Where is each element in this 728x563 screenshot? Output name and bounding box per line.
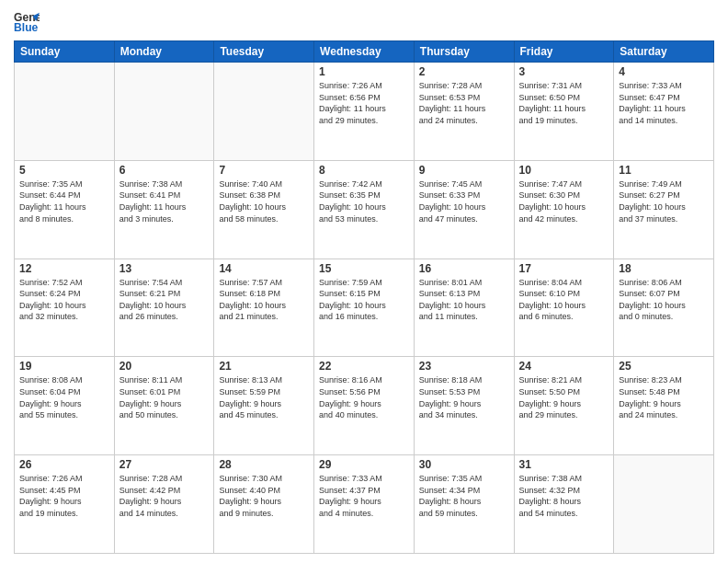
day-cell: 20Sunrise: 8:11 AM Sunset: 6:01 PM Dayli…	[114, 357, 214, 455]
day-cell: 31Sunrise: 7:38 AM Sunset: 4:32 PM Dayli…	[514, 455, 614, 554]
day-info: Sunrise: 7:33 AM Sunset: 4:37 PM Dayligh…	[319, 473, 409, 519]
day-number: 21	[219, 360, 309, 373]
svg-text:Blue: Blue	[14, 21, 39, 34]
day-cell: 17Sunrise: 8:04 AM Sunset: 6:10 PM Dayli…	[514, 259, 614, 357]
day-cell: 2Sunrise: 7:28 AM Sunset: 6:53 PM Daylig…	[414, 63, 514, 161]
day-number: 16	[419, 262, 509, 275]
week-row-5: 26Sunrise: 7:26 AM Sunset: 4:45 PM Dayli…	[15, 455, 714, 554]
day-number: 30	[419, 458, 509, 471]
day-number: 13	[119, 262, 210, 275]
day-info: Sunrise: 7:35 AM Sunset: 6:44 PM Dayligh…	[19, 178, 109, 224]
day-info: Sunrise: 7:26 AM Sunset: 4:45 PM Dayligh…	[19, 473, 109, 519]
day-number: 20	[119, 360, 210, 373]
day-cell: 3Sunrise: 7:31 AM Sunset: 6:50 PM Daylig…	[514, 63, 614, 161]
day-info: Sunrise: 7:57 AM Sunset: 6:18 PM Dayligh…	[219, 277, 309, 323]
day-cell	[614, 455, 714, 554]
day-info: Sunrise: 8:18 AM Sunset: 5:53 PM Dayligh…	[419, 374, 509, 420]
week-row-4: 19Sunrise: 8:08 AM Sunset: 6:04 PM Dayli…	[15, 357, 714, 455]
day-info: Sunrise: 8:01 AM Sunset: 6:13 PM Dayligh…	[419, 277, 509, 323]
day-info: Sunrise: 7:28 AM Sunset: 6:53 PM Dayligh…	[419, 80, 509, 126]
day-info: Sunrise: 8:06 AM Sunset: 6:07 PM Dayligh…	[619, 277, 709, 323]
day-info: Sunrise: 8:11 AM Sunset: 6:01 PM Dayligh…	[119, 374, 210, 420]
day-info: Sunrise: 8:13 AM Sunset: 5:59 PM Dayligh…	[219, 374, 309, 420]
page: General Blue SundayMondayTuesdayWednesda…	[0, 0, 728, 563]
day-number: 11	[619, 164, 709, 177]
day-number: 25	[619, 360, 709, 373]
day-cell: 24Sunrise: 8:21 AM Sunset: 5:50 PM Dayli…	[514, 357, 614, 455]
day-info: Sunrise: 7:28 AM Sunset: 4:42 PM Dayligh…	[119, 473, 210, 519]
day-cell: 10Sunrise: 7:47 AM Sunset: 6:30 PM Dayli…	[514, 160, 614, 259]
day-info: Sunrise: 7:49 AM Sunset: 6:27 PM Dayligh…	[619, 178, 709, 224]
day-cell: 23Sunrise: 8:18 AM Sunset: 5:53 PM Dayli…	[414, 357, 514, 455]
day-number: 6	[119, 164, 210, 177]
day-info: Sunrise: 7:30 AM Sunset: 4:40 PM Dayligh…	[219, 473, 309, 519]
day-number: 12	[19, 262, 109, 275]
day-cell: 9Sunrise: 7:45 AM Sunset: 6:33 PM Daylig…	[414, 160, 514, 259]
day-number: 24	[519, 360, 609, 373]
day-cell: 12Sunrise: 7:52 AM Sunset: 6:24 PM Dayli…	[15, 259, 115, 357]
day-cell: 4Sunrise: 7:33 AM Sunset: 6:47 PM Daylig…	[614, 63, 714, 161]
day-cell	[15, 63, 115, 161]
day-cell: 30Sunrise: 7:35 AM Sunset: 4:34 PM Dayli…	[414, 455, 514, 554]
day-number: 19	[19, 360, 109, 373]
day-cell: 5Sunrise: 7:35 AM Sunset: 6:44 PM Daylig…	[15, 160, 115, 259]
day-cell: 15Sunrise: 7:59 AM Sunset: 6:15 PM Dayli…	[314, 259, 415, 357]
day-info: Sunrise: 7:52 AM Sunset: 6:24 PM Dayligh…	[19, 277, 109, 323]
day-number: 27	[119, 458, 210, 471]
day-info: Sunrise: 8:04 AM Sunset: 6:10 PM Dayligh…	[519, 277, 609, 323]
day-cell: 8Sunrise: 7:42 AM Sunset: 6:35 PM Daylig…	[314, 160, 415, 259]
logo: General Blue	[14, 9, 40, 35]
day-number: 23	[419, 360, 509, 373]
day-info: Sunrise: 7:47 AM Sunset: 6:30 PM Dayligh…	[519, 178, 609, 224]
day-number: 18	[619, 262, 709, 275]
week-row-1: 1Sunrise: 7:26 AM Sunset: 6:56 PM Daylig…	[15, 63, 714, 161]
day-number: 3	[519, 65, 609, 78]
weekday-header-row: SundayMondayTuesdayWednesdayThursdayFrid…	[15, 41, 714, 63]
day-cell: 1Sunrise: 7:26 AM Sunset: 6:56 PM Daylig…	[314, 63, 415, 161]
logo-icon: General Blue	[14, 9, 40, 35]
day-cell: 13Sunrise: 7:54 AM Sunset: 6:21 PM Dayli…	[114, 259, 214, 357]
weekday-header-saturday: Saturday	[614, 41, 714, 63]
day-info: Sunrise: 7:59 AM Sunset: 6:15 PM Dayligh…	[319, 277, 409, 323]
day-number: 15	[319, 262, 409, 275]
day-number: 14	[219, 262, 309, 275]
day-cell: 18Sunrise: 8:06 AM Sunset: 6:07 PM Dayli…	[614, 259, 714, 357]
week-row-2: 5Sunrise: 7:35 AM Sunset: 6:44 PM Daylig…	[15, 160, 714, 259]
calendar: SundayMondayTuesdayWednesdayThursdayFrid…	[14, 40, 714, 554]
day-info: Sunrise: 7:38 AM Sunset: 4:32 PM Dayligh…	[519, 473, 609, 519]
day-info: Sunrise: 7:35 AM Sunset: 4:34 PM Dayligh…	[419, 473, 509, 519]
day-cell: 14Sunrise: 7:57 AM Sunset: 6:18 PM Dayli…	[214, 259, 314, 357]
day-number: 10	[519, 164, 609, 177]
day-cell: 11Sunrise: 7:49 AM Sunset: 6:27 PM Dayli…	[614, 160, 714, 259]
weekday-header-monday: Monday	[114, 41, 214, 63]
day-cell: 28Sunrise: 7:30 AM Sunset: 4:40 PM Dayli…	[214, 455, 314, 554]
week-row-3: 12Sunrise: 7:52 AM Sunset: 6:24 PM Dayli…	[15, 259, 714, 357]
day-cell: 29Sunrise: 7:33 AM Sunset: 4:37 PM Dayli…	[314, 455, 415, 554]
day-cell: 27Sunrise: 7:28 AM Sunset: 4:42 PM Dayli…	[114, 455, 214, 554]
day-number: 26	[19, 458, 109, 471]
day-number: 22	[319, 360, 409, 373]
day-cell: 21Sunrise: 8:13 AM Sunset: 5:59 PM Dayli…	[214, 357, 314, 455]
day-number: 2	[419, 65, 509, 78]
day-cell: 16Sunrise: 8:01 AM Sunset: 6:13 PM Dayli…	[414, 259, 514, 357]
day-cell: 26Sunrise: 7:26 AM Sunset: 4:45 PM Dayli…	[15, 455, 115, 554]
day-info: Sunrise: 8:08 AM Sunset: 6:04 PM Dayligh…	[19, 374, 109, 420]
weekday-header-thursday: Thursday	[414, 41, 514, 63]
day-cell	[114, 63, 214, 161]
weekday-header-wednesday: Wednesday	[314, 41, 415, 63]
day-info: Sunrise: 8:23 AM Sunset: 5:48 PM Dayligh…	[619, 374, 709, 420]
day-info: Sunrise: 7:45 AM Sunset: 6:33 PM Dayligh…	[419, 178, 509, 224]
weekday-header-friday: Friday	[514, 41, 614, 63]
day-info: Sunrise: 8:16 AM Sunset: 5:56 PM Dayligh…	[319, 374, 409, 420]
day-cell: 22Sunrise: 8:16 AM Sunset: 5:56 PM Dayli…	[314, 357, 415, 455]
day-cell: 6Sunrise: 7:38 AM Sunset: 6:41 PM Daylig…	[114, 160, 214, 259]
day-info: Sunrise: 7:33 AM Sunset: 6:47 PM Dayligh…	[619, 80, 709, 126]
day-number: 17	[519, 262, 609, 275]
day-info: Sunrise: 8:21 AM Sunset: 5:50 PM Dayligh…	[519, 374, 609, 420]
day-number: 7	[219, 164, 309, 177]
day-number: 8	[319, 164, 409, 177]
day-cell: 25Sunrise: 8:23 AM Sunset: 5:48 PM Dayli…	[614, 357, 714, 455]
day-info: Sunrise: 7:40 AM Sunset: 6:38 PM Dayligh…	[219, 178, 309, 224]
day-number: 29	[319, 458, 409, 471]
day-number: 5	[19, 164, 109, 177]
